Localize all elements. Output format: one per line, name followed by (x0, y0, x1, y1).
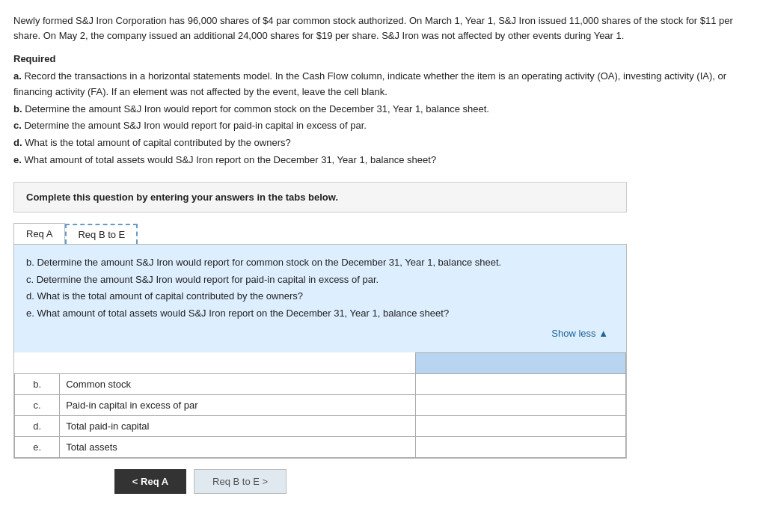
row-e-input[interactable] (416, 437, 625, 457)
row-e-input-cell[interactable] (415, 436, 625, 457)
req-b-line-3: d. What is the total amount of capital c… (26, 289, 614, 305)
table-row: d. Total paid-in capital (15, 415, 626, 436)
row-c-letter: c. (15, 394, 60, 415)
instruction-c: c. Determine the amount S&J Iron would r… (13, 118, 753, 134)
row-c-label: Paid-in capital in excess of par (60, 394, 416, 415)
table-row: e. Total assets (15, 436, 626, 457)
instruction-e: e. What amount of total assets would S&J… (13, 153, 753, 168)
next-button[interactable]: Req B to E > (194, 469, 287, 494)
row-e-letter: e. (15, 436, 60, 457)
row-d-label: Total paid-in capital (60, 415, 416, 436)
instruction-d: d. What is the total amount of capital c… (13, 135, 753, 151)
table-row: c. Paid-in capital in excess of par (15, 394, 626, 415)
instruction-a: a. Record the transactions in a horizont… (13, 69, 753, 100)
question-box-title: Complete this question by entering your … (26, 192, 614, 203)
header-row (15, 352, 626, 373)
row-d-input[interactable] (416, 416, 625, 436)
row-d-input-cell[interactable] (415, 415, 625, 436)
tab-panel: b. Determine the amount S&J Iron would r… (13, 244, 627, 459)
row-c-input-cell[interactable] (415, 394, 625, 415)
prev-button[interactable]: < Req A (114, 469, 186, 494)
intro-text: Newly formed S&J Iron Corporation has 96… (13, 13, 753, 43)
req-b-line-1: b. Determine the amount S&J Iron would r… (26, 255, 614, 271)
table-row: b. Common stock (15, 373, 626, 394)
nav-buttons: < Req A Req B to E > (13, 469, 387, 494)
row-b-label: Common stock (60, 373, 416, 394)
tab-req-a[interactable]: Req A (13, 223, 65, 244)
row-c-input[interactable] (416, 395, 625, 415)
answer-table: b. Common stock c. Paid-in capital in ex… (14, 352, 626, 458)
row-b-letter: b. (15, 373, 60, 394)
row-e-label: Total assets (60, 436, 416, 457)
question-box: Complete this question by entering your … (13, 182, 627, 213)
tab-req-b-to-e[interactable]: Req B to E (65, 224, 138, 244)
row-b-input[interactable] (416, 374, 625, 394)
row-b-input-cell[interactable] (415, 373, 625, 394)
req-b-info-panel: b. Determine the amount S&J Iron would r… (14, 245, 626, 352)
row-d-letter: d. (15, 415, 60, 436)
tabs-container: Req A Req B to E (13, 223, 753, 244)
required-label: Required (13, 53, 753, 64)
instructions-block: a. Record the transactions in a horizont… (13, 69, 753, 168)
req-b-line-2: c. Determine the amount S&J Iron would r… (26, 272, 614, 288)
instruction-b: b. Determine the amount S&J Iron would r… (13, 102, 753, 117)
show-less-button[interactable]: Show less ▲ (26, 323, 614, 345)
req-b-line-4: e. What amount of total assets would S&J… (26, 306, 614, 322)
